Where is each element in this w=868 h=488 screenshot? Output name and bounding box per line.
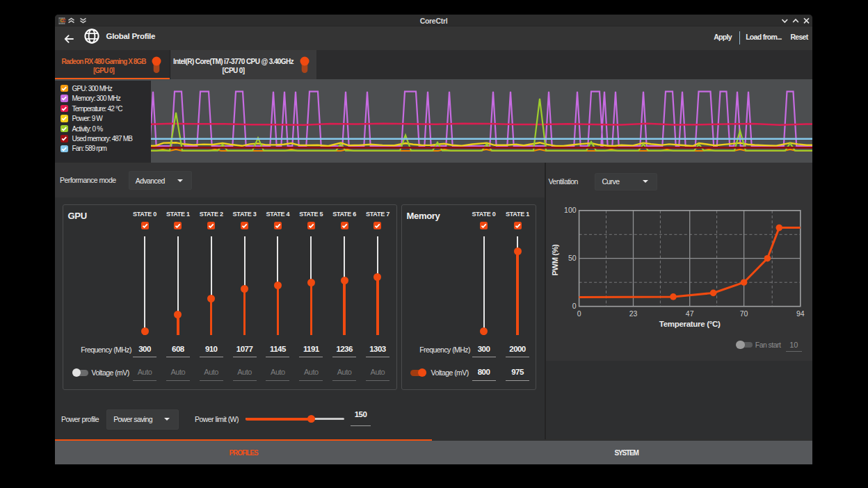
svg-text:0: 0 bbox=[572, 302, 577, 310]
svg-text:PWM (%): PWM (%) bbox=[551, 244, 559, 276]
svg-text:47: 47 bbox=[686, 309, 694, 318]
svg-text:70: 70 bbox=[740, 309, 748, 318]
svg-text:Temperature (°C): Temperature (°C) bbox=[659, 320, 721, 328]
svg-text:50: 50 bbox=[568, 254, 577, 262]
svg-text:23: 23 bbox=[629, 309, 638, 318]
svg-text:94: 94 bbox=[796, 309, 805, 318]
svg-text:C: C bbox=[62, 18, 65, 23]
svg-text:0: 0 bbox=[577, 309, 581, 318]
svg-text:100: 100 bbox=[564, 206, 577, 214]
